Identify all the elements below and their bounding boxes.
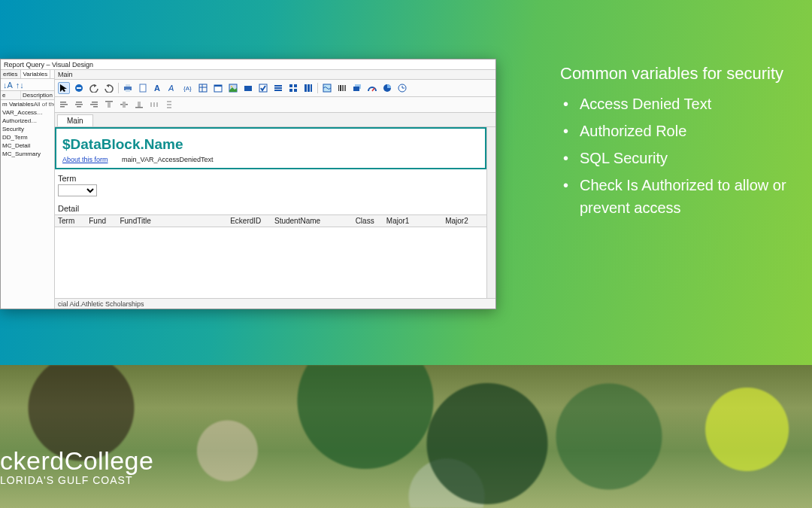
- svg-rect-50: [105, 101, 113, 102]
- svg-rect-56: [150, 102, 152, 107]
- sidebar-tab-properties[interactable]: erties: [1, 70, 21, 78]
- svg-rect-4: [126, 90, 130, 92]
- svg-rect-9: [199, 84, 207, 92]
- svg-rect-45: [75, 104, 83, 105]
- access-denied-var-label: main_VAR_AccessDeniedText: [122, 156, 213, 163]
- svg-text:A: A: [168, 84, 174, 93]
- dist-h-icon[interactable]: [148, 99, 160, 111]
- tree-item[interactable]: MC_Detail: [1, 141, 54, 150]
- sort-asc-icon[interactable]: ↓A: [3, 81, 13, 90]
- grid-icon[interactable]: [287, 82, 299, 94]
- tree-item[interactable]: Security: [1, 125, 54, 133]
- datablock-name-heading: $DataBlock.Name: [62, 136, 479, 153]
- sidebar-tabs: erties Variables: [1, 70, 54, 79]
- table-icon[interactable]: [197, 82, 209, 94]
- stop-icon[interactable]: [73, 82, 85, 94]
- svg-text:A: A: [154, 84, 160, 93]
- window-title: Report Query – Visual Design: [1, 59, 495, 70]
- print-icon[interactable]: [122, 82, 134, 94]
- svg-rect-24: [294, 89, 297, 92]
- svg-rect-41: [60, 102, 66, 103]
- svg-rect-43: [60, 106, 65, 108]
- sidebar-tab-variables[interactable]: Variables: [21, 70, 51, 78]
- svg-rect-42: [60, 104, 68, 105]
- photo-band: ckerdCollege LORIDA'S GULF COAST: [0, 365, 812, 508]
- gauge-icon[interactable]: [366, 82, 378, 94]
- align-center-icon[interactable]: [73, 99, 85, 111]
- shape-icon[interactable]: [242, 82, 254, 94]
- svg-rect-46: [77, 106, 81, 108]
- svg-rect-23: [289, 89, 292, 92]
- page-icon[interactable]: [137, 82, 149, 94]
- columns-icon[interactable]: [302, 82, 314, 94]
- checkbox-icon[interactable]: [257, 82, 269, 94]
- layers-icon[interactable]: [351, 82, 363, 94]
- col-eckerdid: EckerdID: [227, 215, 271, 227]
- design-main-pane: Main A A {A}: [55, 70, 495, 309]
- svg-point-15: [231, 86, 232, 87]
- text-cursive-icon[interactable]: A: [167, 82, 179, 94]
- sort-desc-icon[interactable]: ↑↓: [16, 81, 24, 90]
- doc-tab-main[interactable]: Main: [57, 114, 93, 126]
- tree-item[interactable]: MC_Summary: [1, 150, 54, 158]
- image-icon[interactable]: [227, 82, 239, 94]
- svg-rect-22: [294, 84, 297, 87]
- svg-rect-51: [108, 102, 111, 108]
- col-fund: Fund: [86, 215, 117, 227]
- list-icon[interactable]: [272, 82, 284, 94]
- detail-section-label: Detail: [55, 199, 486, 214]
- col-major2: Major2: [442, 215, 486, 227]
- design-canvas[interactable]: $DataBlock.Name About this form main_VAR…: [55, 127, 486, 298]
- vertical-scrollbar[interactable]: [486, 127, 495, 298]
- align-middle-icon[interactable]: [118, 99, 130, 111]
- svg-rect-16: [244, 86, 252, 91]
- align-right-icon[interactable]: [88, 99, 100, 111]
- bullet-item: Access Denied Text: [560, 93, 812, 115]
- svg-rect-19: [274, 87, 282, 89]
- calendar-icon[interactable]: [212, 82, 224, 94]
- svg-rect-3: [126, 84, 130, 87]
- pointer-tool-icon[interactable]: [58, 82, 70, 94]
- map-icon[interactable]: [321, 82, 333, 94]
- align-top-icon[interactable]: [103, 99, 115, 111]
- document-tabs: Main: [55, 113, 495, 127]
- sidebar-sort-bar: ↓A ↑↓: [1, 79, 54, 91]
- svg-rect-54: [135, 107, 143, 108]
- svg-line-36: [372, 88, 374, 91]
- about-form-link[interactable]: About this form: [62, 156, 108, 163]
- detail-header-row: Term Fund FundTitle EckerdID StudentName…: [55, 215, 486, 227]
- bullet-item: SQL Security: [560, 147, 812, 169]
- redo-icon[interactable]: [103, 82, 115, 94]
- col-studentname: StudentName: [271, 215, 353, 227]
- text-a-icon[interactable]: A: [152, 82, 164, 94]
- undo-icon[interactable]: [88, 82, 100, 94]
- svg-rect-48: [90, 104, 98, 105]
- col-major1: Major1: [383, 215, 442, 227]
- tree-item[interactable]: VAR_Access…: [1, 108, 54, 117]
- align-bottom-icon[interactable]: [133, 99, 145, 111]
- col-fundtitle: FundTitle: [117, 215, 227, 227]
- tree-root[interactable]: m Variables All of the a: [1, 100, 54, 108]
- toolbar-secondary: [55, 97, 495, 113]
- tree-item[interactable]: DD_Term: [1, 133, 54, 141]
- chart-pie-icon[interactable]: [381, 82, 393, 94]
- slide-bullet-list: Access Denied Text Authorized Role SQL S…: [560, 93, 812, 219]
- sidebar-col-name: e: [1, 91, 21, 99]
- svg-text:{A}: {A}: [183, 85, 192, 92]
- svg-rect-53: [123, 102, 126, 108]
- status-bar: cial Aid.Athletic Scholarships: [55, 298, 495, 309]
- slide-heading: Common variables for security: [560, 64, 812, 84]
- dist-v-icon[interactable]: [163, 99, 175, 111]
- barcode-icon[interactable]: [336, 82, 348, 94]
- align-left-icon[interactable]: [58, 99, 70, 111]
- tree-item[interactable]: Authorized…: [1, 117, 54, 125]
- sidebar-tree: m Variables All of the a VAR_Access… Aut…: [1, 100, 54, 309]
- logo-main-text: ckerdCollege: [0, 448, 153, 473]
- term-dropdown[interactable]: [58, 184, 97, 196]
- clock-icon[interactable]: [396, 82, 408, 94]
- col-term: Term: [55, 215, 86, 227]
- svg-rect-44: [76, 102, 82, 103]
- sidebar-col-desc: Description: [21, 91, 54, 99]
- bullet-item: Authorized Role: [560, 120, 812, 142]
- format-code-icon[interactable]: {A}: [182, 82, 194, 94]
